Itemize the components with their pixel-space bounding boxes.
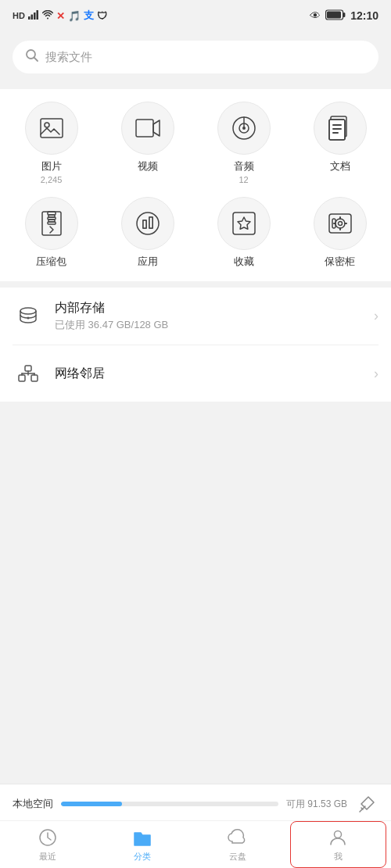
apps-icon-wrapper <box>121 197 174 250</box>
storage-section: 内部存储 已使用 36.47 GB/128 GB › 网络邻居 › <box>0 288 391 402</box>
svg-line-8 <box>34 58 38 62</box>
tab-category[interactable]: 分类 <box>95 821 191 868</box>
tab-recent[interactable]: 最近 <box>0 821 95 868</box>
eye-icon: 👁 <box>310 9 321 22</box>
docs-icon <box>326 114 354 142</box>
zip-icon <box>38 209 66 238</box>
folder-icon <box>132 827 152 848</box>
category-zip[interactable]: 压缩包 <box>6 197 96 269</box>
signal-icon <box>28 10 39 22</box>
vault-icon-wrapper <box>314 197 367 250</box>
svg-point-10 <box>45 123 49 127</box>
video-icon <box>134 114 162 142</box>
network-storage-icon-wrap <box>13 358 44 389</box>
audio-icon-wrapper <box>217 102 271 155</box>
search-placeholder: 搜索文件 <box>45 50 92 65</box>
svg-rect-32 <box>233 213 255 234</box>
clock-icon <box>38 827 58 848</box>
category-favorites[interactable]: 收藏 <box>199 197 289 269</box>
svg-point-35 <box>338 222 342 226</box>
wifi-icon <box>42 10 53 22</box>
category-apps[interactable]: 应用 <box>102 197 192 269</box>
apps-label: 应用 <box>138 255 158 269</box>
status-pay-icon: 支 <box>84 9 94 23</box>
category-section: 图片 2,245 视频 音频 <box>0 89 391 281</box>
internal-storage-icon-wrap <box>13 301 44 332</box>
images-count: 2,245 <box>41 175 63 184</box>
category-tab-icon <box>132 827 152 848</box>
docs-label: 文档 <box>330 159 350 173</box>
storage-available-text: 可用 91.53 GB <box>286 798 347 811</box>
status-right: 👁 12:10 <box>310 9 378 23</box>
network-storage-title: 网络邻居 <box>55 366 374 382</box>
cloud-icon <box>228 827 248 848</box>
category-docs[interactable]: 文档 <box>295 102 385 184</box>
svg-rect-21 <box>332 128 342 130</box>
search-container: 搜索文件 <box>0 31 391 83</box>
clean-button[interactable] <box>355 792 378 816</box>
category-vault[interactable]: 保密柜 <box>295 197 385 269</box>
empty-space <box>0 408 391 673</box>
category-images[interactable]: 图片 2,245 <box>6 102 96 184</box>
status-extra-icon: 🛡 <box>97 10 107 22</box>
images-label: 图片 <box>41 159 62 173</box>
carrier-text: HD <box>13 11 25 20</box>
recent-tab-icon <box>38 827 58 848</box>
zip-label: 压缩包 <box>36 255 66 269</box>
person-icon <box>328 827 348 848</box>
network-storage-chevron: › <box>374 366 378 382</box>
status-left: HD ✕ 🎵 支 🛡 <box>13 9 107 23</box>
storage-progress-fill <box>61 802 122 806</box>
audio-icon <box>230 114 258 142</box>
svg-rect-2 <box>34 13 36 20</box>
status-bar: HD ✕ 🎵 支 🛡 👁 <box>0 0 391 31</box>
svg-rect-3 <box>36 10 38 20</box>
svg-rect-45 <box>25 366 31 371</box>
video-icon-wrapper <box>121 102 174 155</box>
internal-storage-chevron: › <box>374 308 378 324</box>
database-icon <box>17 305 39 327</box>
svg-rect-30 <box>143 220 146 228</box>
cloud-tab-icon <box>228 827 248 848</box>
tab-me[interactable]: 我 <box>290 821 387 868</box>
svg-point-34 <box>335 219 345 228</box>
tab-cloud[interactable]: 云盘 <box>190 821 285 868</box>
vault-icon <box>326 209 354 238</box>
footer: 本地空间 可用 91.53 GB 最近 <box>0 784 391 868</box>
svg-rect-0 <box>28 16 30 20</box>
docs-icon-wrapper <box>314 102 367 155</box>
favorites-icon <box>230 209 258 238</box>
svg-rect-29 <box>48 222 56 224</box>
internal-storage-info: 内部存储 已使用 36.47 GB/128 GB <box>55 300 374 332</box>
svg-rect-6 <box>327 11 341 18</box>
audio-label: 音频 <box>234 159 254 173</box>
category-audio[interactable]: 音频 12 <box>199 102 289 184</box>
network-icon <box>17 363 39 384</box>
battery-icon <box>325 9 346 23</box>
internal-storage-item[interactable]: 内部存储 已使用 36.47 GB/128 GB › <box>13 288 378 345</box>
tab-bar: 最近 分类 云盘 <box>0 821 391 868</box>
images-icon <box>38 114 66 142</box>
local-space-label: 本地空间 <box>13 797 53 811</box>
category-video[interactable]: 视频 <box>102 102 192 184</box>
me-tab-icon <box>328 827 348 848</box>
search-bar[interactable]: 搜索文件 <box>13 41 378 73</box>
cloud-tab-label: 云盘 <box>229 851 246 863</box>
status-x-icon: ✕ <box>56 10 65 22</box>
network-storage-item[interactable]: 网络邻居 › <box>13 345 378 402</box>
me-tab-label: 我 <box>334 851 343 863</box>
apps-icon <box>134 209 162 238</box>
favorites-icon-wrapper <box>217 197 271 250</box>
search-icon <box>25 48 39 66</box>
svg-rect-43 <box>19 375 25 381</box>
video-label: 视频 <box>138 159 158 173</box>
svg-point-51 <box>335 830 342 838</box>
favorites-label: 收藏 <box>234 255 254 269</box>
storage-progress-bar <box>61 802 278 806</box>
recent-tab-label: 最近 <box>39 851 56 863</box>
svg-rect-22 <box>332 132 339 134</box>
internal-storage-subtitle: 已使用 36.47 GB/128 GB <box>55 318 374 332</box>
time-display: 12:10 <box>350 9 378 22</box>
svg-rect-20 <box>332 124 342 126</box>
zip-icon-wrapper <box>25 197 78 250</box>
